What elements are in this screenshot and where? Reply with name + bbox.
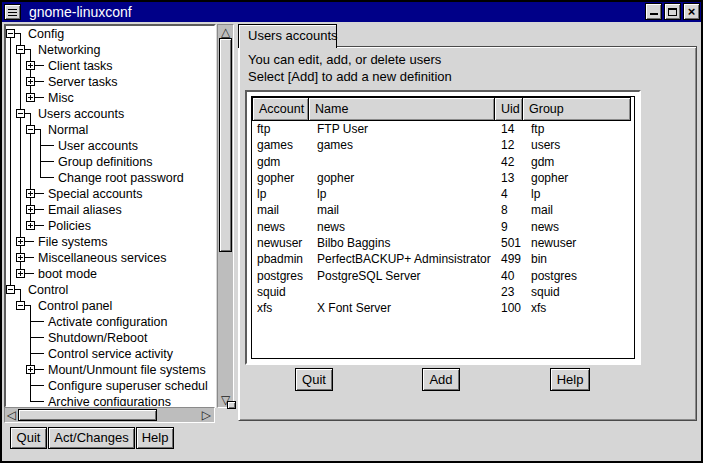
window-menu-button[interactable] xyxy=(4,4,21,20)
tree-collapse-icon[interactable] xyxy=(6,29,15,38)
tree-collapse-icon[interactable] xyxy=(6,285,15,294)
minimize-button[interactable] xyxy=(645,3,662,20)
tree-item[interactable]: Users accounts xyxy=(6,106,214,122)
act-changes-button[interactable]: Act/Changes xyxy=(48,427,135,449)
tree-item[interactable]: User accounts xyxy=(6,138,214,154)
table-row[interactable]: gdm42gdm xyxy=(252,154,634,170)
tree-collapse-icon[interactable] xyxy=(16,45,25,54)
close-button[interactable]: × xyxy=(683,3,700,20)
table-cell: 501 xyxy=(496,235,525,251)
tree-item[interactable]: boot mode xyxy=(6,266,214,282)
table-row[interactable]: lplp4lp xyxy=(252,186,634,202)
tree-collapse-icon[interactable] xyxy=(16,301,25,310)
column-header-name[interactable]: Name xyxy=(308,97,495,121)
tree-connector-line xyxy=(30,322,31,330)
tab-users-accounts[interactable]: Users accounts xyxy=(238,24,337,48)
tree-collapse-icon[interactable] xyxy=(16,109,25,118)
tree-item[interactable]: Group definitions xyxy=(6,154,214,170)
tree-collapse-icon[interactable] xyxy=(26,125,35,134)
tree-expand-icon[interactable] xyxy=(16,237,25,246)
tree-expand-icon[interactable] xyxy=(26,77,35,86)
tree-item-label: Users accounts xyxy=(38,106,124,122)
table-row[interactable]: pbadminPerfectBACKUP+ Adminsistrator499b… xyxy=(252,251,634,267)
table-row[interactable]: newuserBilbo Baggins501newuser xyxy=(252,235,634,251)
table-row[interactable]: squid23squid xyxy=(252,284,634,300)
tree-item[interactable]: Miscellaneous services xyxy=(6,250,214,266)
tree-expand-icon[interactable] xyxy=(26,221,35,230)
tree-connector-line xyxy=(20,290,21,298)
expander-plus-bar xyxy=(30,191,31,196)
tree-horizontal-scrollbar[interactable]: ◁ ▷ xyxy=(4,407,215,423)
column-header-account[interactable]: Account xyxy=(252,97,309,121)
tree-vertical-scrollbar[interactable]: △ ▽ xyxy=(217,24,234,408)
tree-item[interactable]: Misc xyxy=(6,90,214,106)
main-quit-button[interactable]: Quit xyxy=(10,427,47,449)
tree-expand-icon[interactable] xyxy=(26,205,35,214)
table-row[interactable]: mailmail8mail xyxy=(252,202,634,218)
tree-item[interactable]: Change root password xyxy=(6,170,214,186)
tree-item[interactable]: Normal xyxy=(6,122,214,138)
tree-expand-icon[interactable] xyxy=(16,253,25,262)
table-row[interactable]: newsnews9news xyxy=(252,219,634,235)
table-cell: 499 xyxy=(496,251,525,267)
vertical-scrollbar-thumb[interactable] xyxy=(219,38,232,252)
table-cell: PerfectBACKUP+ Adminsistrator xyxy=(309,251,496,267)
table-row[interactable]: gophergopher13gopher xyxy=(252,170,634,186)
tree-connector-line xyxy=(40,130,41,138)
tree-item-label: File systems xyxy=(38,234,107,250)
panel-quit-button[interactable]: Quit xyxy=(295,368,333,391)
tree-item[interactable]: Client tasks xyxy=(6,58,214,74)
table-cell: xfs xyxy=(252,300,309,316)
scroll-left-icon[interactable]: ◁ xyxy=(7,409,16,421)
tree-item[interactable]: Mount/Unmount file systems xyxy=(6,362,214,378)
table-cell: 23 xyxy=(496,284,525,300)
tree-connector-line xyxy=(30,138,31,154)
paned-handle[interactable] xyxy=(227,401,236,409)
tree-item-label: Networking xyxy=(38,42,101,58)
panel-help-button[interactable]: Help xyxy=(550,368,590,391)
window-menu-icon xyxy=(8,9,17,16)
tree-item-label: Configure superuser schedul xyxy=(48,378,208,394)
tree-expand-icon[interactable] xyxy=(26,61,35,70)
tree-item[interactable]: Networking xyxy=(6,42,214,58)
table-cell: 42 xyxy=(496,154,525,170)
table-row[interactable]: ftpFTP User14ftp xyxy=(252,121,634,137)
tree-item-label: Policies xyxy=(48,218,91,234)
scroll-right-icon[interactable]: ▷ xyxy=(202,409,211,421)
tree-item[interactable]: Shutdown/Reboot xyxy=(6,330,214,346)
scroll-up-icon[interactable]: △ xyxy=(218,26,233,38)
tree-expand-icon[interactable] xyxy=(26,189,35,198)
tree-item[interactable]: Control panel xyxy=(6,298,214,314)
tree-expand-icon[interactable] xyxy=(26,365,35,374)
tree-item[interactable]: Activate configuration xyxy=(6,314,214,330)
tree-item[interactable]: Control service activity xyxy=(6,346,214,362)
column-header-uid[interactable]: Uid xyxy=(494,97,523,121)
tree-item[interactable]: Config xyxy=(6,26,214,42)
table-row[interactable]: postgresPostgreSQL Server40postgres xyxy=(252,268,634,284)
tree-item[interactable]: Policies xyxy=(6,218,214,234)
column-header-group[interactable]: Group xyxy=(522,97,631,121)
main-help-button[interactable]: Help xyxy=(136,427,174,449)
table-cell: 40 xyxy=(496,268,525,284)
tree-expand-icon[interactable] xyxy=(26,93,35,102)
tree-item[interactable]: Archive configurations xyxy=(6,394,214,406)
tree-connector-line xyxy=(40,145,54,146)
horizontal-scrollbar-thumb[interactable] xyxy=(18,409,157,421)
table-row[interactable]: gamesgames12users xyxy=(252,137,634,153)
panel-add-button[interactable]: Add xyxy=(422,368,460,391)
tree-item-label: Server tasks xyxy=(48,74,117,90)
tree-item[interactable]: Configure superuser schedul xyxy=(6,378,214,394)
tree-item[interactable]: Email aliases xyxy=(6,202,214,218)
table-cell: mail xyxy=(525,202,634,218)
tree-item[interactable]: Server tasks xyxy=(6,74,214,90)
table-row[interactable]: xfsX Font Server100xfs xyxy=(252,300,634,316)
tree-item[interactable]: File systems xyxy=(6,234,214,250)
table-cell: ftp xyxy=(252,121,309,137)
tree-item[interactable]: Control xyxy=(6,282,214,298)
tree-connector-line xyxy=(10,90,11,106)
table-cell: squid xyxy=(525,284,634,300)
tree-expand-icon[interactable] xyxy=(16,269,25,278)
maximize-button[interactable] xyxy=(664,3,681,20)
tree-item[interactable]: Special accounts xyxy=(6,186,214,202)
tree-item-label: Shutdown/Reboot xyxy=(48,330,147,346)
